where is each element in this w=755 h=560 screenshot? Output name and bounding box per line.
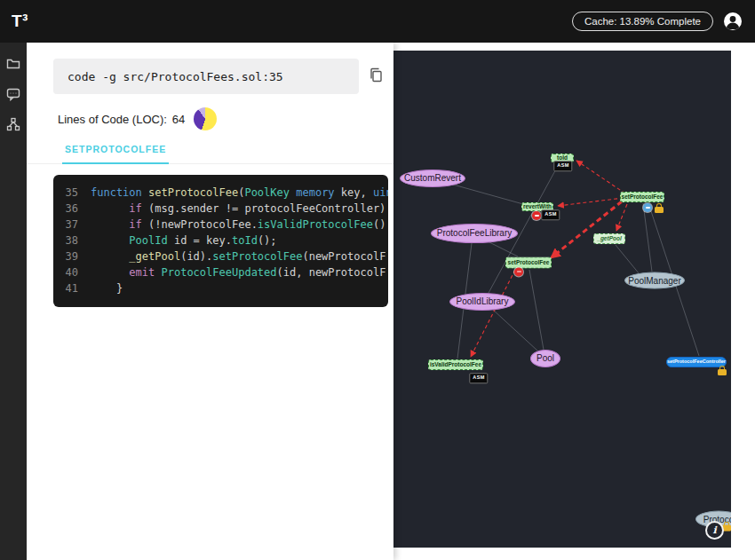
minus-red-badge <box>514 267 523 276</box>
minus-blue-badge <box>643 203 652 212</box>
code-line: 39 _getPool(id).setProtocolFee(newProtoc… <box>53 248 388 264</box>
loc-label: Lines of Code (LOC): <box>58 113 167 126</box>
graph-node-label: CustomRevert <box>404 174 461 183</box>
graph-node-label: setProtocolFeeController <box>667 359 726 365</box>
graph-node-label: setProtocolFee <box>622 194 664 201</box>
tab-setprotocolfee[interactable]: SETPROTOCOLFEE <box>62 141 169 164</box>
sidebar-item-graph[interactable] <box>6 117 20 131</box>
tab-bar: SETPROTOCOLFEE <box>27 140 393 164</box>
code-line: 35function setProtocolFee(PoolKey memory… <box>53 185 388 201</box>
minus-red-badge <box>532 211 541 220</box>
graph-node-protocol-fee-library[interactable]: ProtocolFeeLibrary <box>431 224 518 243</box>
graph-node-custom-revert[interactable]: CustomRevert <box>400 170 465 187</box>
icon-sidebar <box>0 43 27 560</box>
sidebar-item-files[interactable] <box>6 57 20 71</box>
graph-node-get-pool[interactable]: _getPool <box>593 233 625 244</box>
code-lines: 35function setProtocolFee(PoolKey memory… <box>53 185 388 296</box>
graph-node-set-protocol-fee[interactable]: setProtocolFee <box>505 257 552 269</box>
graph-node-label: PoolManager <box>628 276 680 285</box>
graph-node-layer: CustomRevertProtocolFeeLibraryPoolIdLibr… <box>393 51 731 548</box>
graph-node-is-valid-protocol-fee[interactable]: isValidProtocolFeeASM <box>428 359 483 370</box>
call-graph-panel[interactable]: CustomRevertProtocolFeeLibraryPoolIdLibr… <box>393 51 731 548</box>
code-panel: code -g src/ProtocolFees.sol:35 Lines of… <box>27 43 393 560</box>
asm-badge: ASM <box>553 161 572 171</box>
code-block: 35function setProtocolFee(PoolKey memory… <box>53 175 388 307</box>
command-text: code -g src/ProtocolFees.sol:35 <box>68 70 283 83</box>
asm-badge: ASM <box>541 209 560 220</box>
sidebar-item-chat[interactable] <box>6 87 20 101</box>
network-icon <box>6 117 20 131</box>
graph-node-pool-id-library[interactable]: PoolIdLibrary <box>449 293 515 311</box>
code-line: 37 if (!newProtocolFee.isValidProtocolFe… <box>53 217 388 233</box>
chat-icon <box>6 87 20 101</box>
loc-row: Lines of Code (LOC): 64 <box>58 107 393 130</box>
graph-node-label: Pool <box>536 354 554 363</box>
graph-node-label: _getPool <box>597 236 621 242</box>
graph-node-revert-with[interactable]: revertWithASM <box>521 202 553 211</box>
graph-node-label: isValidProtocolFee <box>430 362 481 368</box>
folder-icon <box>6 57 20 71</box>
graph-node-pool-manager[interactable]: PoolManager <box>624 272 685 289</box>
graph-node-label: ProtocolFeeLibrary <box>437 229 512 238</box>
top-bar: T³ Cache: 13.89% Complete <box>0 0 755 43</box>
cache-status-badge: Cache: 13.89% Complete <box>572 12 713 31</box>
user-avatar-button[interactable] <box>722 11 743 32</box>
graph-node-pool[interactable]: Pool <box>530 350 560 367</box>
graph-node-label: PoolIdLibrary <box>457 297 509 306</box>
asm-badge: ASM <box>469 373 488 383</box>
info-button[interactable]: i <box>705 521 724 540</box>
code-line: 40 emit ProtocolFeeUpdated(id, newProtoc… <box>53 264 388 280</box>
graph-node-set-protocol-fee-ext[interactable]: setProtocolFee <box>620 192 664 202</box>
code-line: 38 PoolId id = key.toId(); <box>53 233 388 248</box>
loc-value: 64 <box>172 113 185 126</box>
code-line: 36 if (msg.sender != protocolFeeControll… <box>53 201 388 217</box>
lock-badge <box>655 203 664 214</box>
graph-node-label: setProtocolFee <box>508 260 550 266</box>
lock-badge <box>718 366 727 376</box>
command-snippet: code -g src/ProtocolFees.sol:35 <box>53 59 359 94</box>
copy-icon <box>368 67 385 84</box>
graph-node-set-protocol-fee-controller[interactable]: setProtocolFeeController <box>666 357 727 367</box>
code-line: 41 } <box>53 280 388 296</box>
app-logo: T³ <box>12 12 28 31</box>
loc-pie-chart <box>194 107 217 130</box>
copy-button[interactable] <box>367 67 386 86</box>
command-row: code -g src/ProtocolFees.sol:35 <box>53 59 386 94</box>
graph-node-to-id[interactable]: toIdASM <box>551 154 574 162</box>
user-icon <box>722 11 743 32</box>
